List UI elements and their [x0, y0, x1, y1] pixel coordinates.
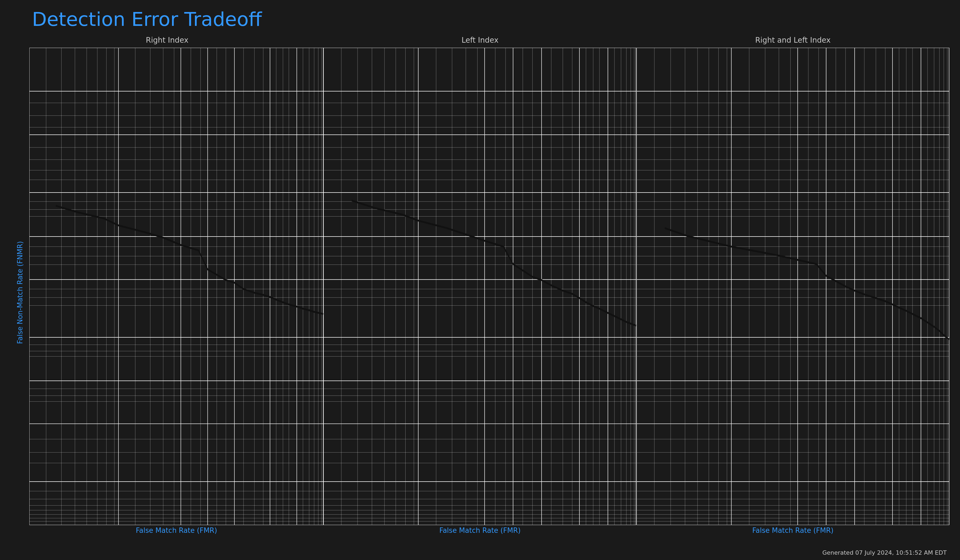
chart-inner-2: 0.0001 0.001 0.005 0.01 0.02 0.05 0.1 0.… — [323, 48, 636, 537]
y-axis-label-container-1: False Non-Match Rate (FNMR) — [11, 48, 29, 537]
main-container: Detection Error Tradeoff Right Index Fal… — [0, 0, 960, 560]
svg-rect-179 — [637, 48, 949, 525]
chart-subtitle-left-index: Left Index — [323, 36, 636, 46]
chart-svg-2: 0.0001 0.001 0.005 0.01 0.02 0.05 0.1 0.… — [323, 48, 636, 525]
x-axis-label-1: False Match Rate (FMR) — [29, 526, 323, 537]
chart-inner-3: 0.0001 0.001 0.005 0.01 0.02 0.05 0.1 0.… — [637, 48, 949, 537]
svg-rect-94 — [323, 48, 636, 525]
y-axis-label-1: False Non-Match Rate (FNMR) — [16, 241, 24, 344]
chart-panel-right-left-index: Right and Left Index — [637, 36, 949, 537]
chart-wrapper-right-left-index: 0.0001 0.001 0.005 0.01 0.02 0.05 0.1 0.… — [637, 48, 949, 537]
chart-inner-1: 0.2 0.1 0.05 0.02 0.01 0.005 0.002 0.001… — [29, 48, 323, 537]
charts-area: Right Index False Non-Match Rate (FNMR) — [11, 36, 949, 537]
footer: Generated 07 July 2024, 10:51:52 AM EDT — [822, 549, 947, 556]
chart-subtitle-right-left-index: Right and Left Index — [637, 36, 949, 46]
chart-svg-1: 0.2 0.1 0.05 0.02 0.01 0.005 0.002 0.001… — [29, 48, 323, 525]
chart-svg-3: 0.0001 0.001 0.005 0.01 0.02 0.05 0.1 0.… — [637, 48, 949, 525]
x-axis-label-3: False Match Rate (FMR) — [637, 526, 949, 537]
chart-wrapper-left-index: 0.0001 0.001 0.005 0.01 0.02 0.05 0.1 0.… — [323, 48, 636, 537]
chart-subtitle-right-index: Right Index — [11, 36, 323, 46]
svg-rect-0 — [29, 48, 323, 525]
chart-panel-right-index: Right Index False Non-Match Rate (FNMR) — [11, 36, 323, 537]
chart-wrapper-right-index: False Non-Match Rate (FNMR) — [11, 48, 323, 537]
chart-panel-left-index: Left Index — [323, 36, 636, 537]
chart-title: Detection Error Tradeoff — [11, 8, 949, 30]
x-axis-label-2: False Match Rate (FMR) — [323, 526, 636, 537]
